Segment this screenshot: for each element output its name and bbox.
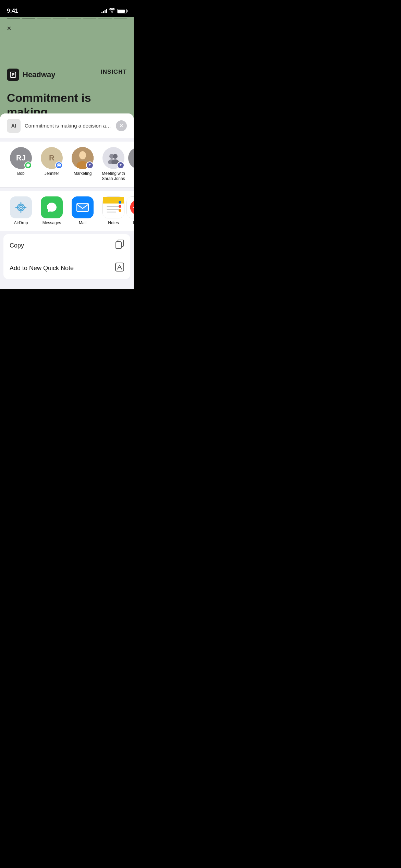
contact-avatar-first <box>128 147 134 169</box>
headway-logo <box>7 69 19 81</box>
svg-rect-35 <box>116 242 121 249</box>
preview-icon: AI <box>7 119 21 133</box>
mail-icon <box>72 196 94 218</box>
wifi-icon <box>109 8 115 14</box>
headway-name: Headway <box>23 70 55 79</box>
contact-meeting[interactable]: T Meeting with Sarah Jonas <box>98 147 129 182</box>
status-icons <box>101 8 127 14</box>
badge-signal <box>55 161 63 169</box>
separator-1 <box>0 187 134 188</box>
clear-button[interactable]: ✕ <box>116 120 127 131</box>
apps-row: AirDrop Messages Mail <box>0 191 134 231</box>
contact-first[interactable]: Firs <box>129 147 134 182</box>
app-notes[interactable]: Notes <box>98 196 129 225</box>
app-mail[interactable]: Mail <box>67 196 98 225</box>
app-reminders[interactable]: Re... <box>129 196 134 225</box>
svg-point-10 <box>113 154 118 159</box>
contact-name-bob: Bob <box>17 171 24 177</box>
svg-rect-36 <box>116 263 124 271</box>
contact-jennifer[interactable]: R Jennifer <box>36 147 67 182</box>
svg-point-4 <box>58 164 60 166</box>
svg-point-7 <box>79 151 86 159</box>
contact-initials-bob: RJ <box>16 154 26 162</box>
app-name-notes: Notes <box>108 220 119 225</box>
svg-point-17 <box>20 207 22 208</box>
contact-avatar-marketing: T <box>72 147 94 169</box>
contact-initials-jennifer: R <box>49 154 54 162</box>
badge-teams-marketing: T <box>86 161 94 169</box>
svg-rect-22 <box>77 203 88 212</box>
quick-note-icon <box>115 263 124 274</box>
app-name-mail: Mail <box>79 220 86 225</box>
battery-icon <box>117 9 127 13</box>
share-sheet: AI Commitment is making a decision and s… <box>0 113 134 289</box>
app-name-airdrop: AirDrop <box>14 220 28 225</box>
quick-note-label: Add to New Quick Note <box>10 265 74 272</box>
app-airdrop[interactable]: AirDrop <box>5 196 36 225</box>
contact-marketing[interactable]: T Marketing <box>67 147 98 182</box>
close-button[interactable]: × <box>7 24 11 33</box>
contact-bob[interactable]: RJ Bob <box>5 147 36 182</box>
contacts-row: RJ Bob R Jennifer <box>0 142 134 187</box>
app-messages[interactable]: Messages <box>36 196 67 225</box>
app-name-messages: Messages <box>42 220 61 225</box>
headway-brand: Headway <box>7 69 55 81</box>
contact-avatar-bob: RJ <box>10 147 32 169</box>
copy-action[interactable]: Copy <box>3 234 130 257</box>
signal-icon <box>101 9 107 13</box>
contact-name-meeting: Meeting with Sarah Jonas <box>100 171 127 182</box>
contact-name-jennifer: Jennifer <box>45 171 59 177</box>
copy-label: Copy <box>10 242 24 249</box>
clear-icon: ✕ <box>119 123 123 129</box>
share-preview: AI Commitment is making a decision and s… <box>0 113 134 138</box>
contact-name-marketing: Marketing <box>74 171 92 177</box>
action-rows: Copy Add to New Quick Note <box>3 234 130 279</box>
reminders-icon <box>126 196 134 218</box>
messages-icon <box>41 196 63 218</box>
quick-note-action[interactable]: Add to New Quick Note <box>3 257 130 279</box>
status-time: 9:41 <box>7 8 18 14</box>
status-bar: 9:41 <box>0 0 134 17</box>
copy-icon <box>115 240 124 251</box>
contact-avatar-meeting: T <box>102 147 124 169</box>
progress-dashes <box>0 18 134 19</box>
contact-avatar-jennifer: R <box>41 147 63 169</box>
preview-text: Commitment is making a decision and s... <box>25 123 112 129</box>
airdrop-icon <box>10 196 32 218</box>
notes-icon <box>102 196 124 218</box>
insight-label: INSIGHT <box>101 69 127 75</box>
badge-messages <box>24 161 32 169</box>
app-name-reminders: Re... <box>133 220 134 225</box>
